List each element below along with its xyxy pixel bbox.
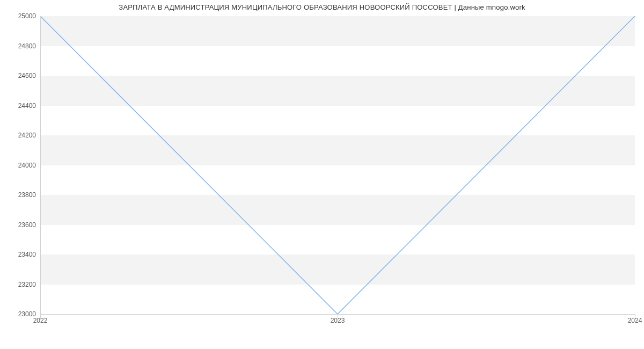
plot-area [40,16,635,314]
data-line [40,16,635,314]
y-tick-label: 23400 [4,251,36,258]
x-tick-label: 2024 [628,317,642,324]
y-tick-label: 24400 [4,102,36,110]
line-plot-svg [40,16,635,314]
line-chart: ЗАРПЛАТА В АДМИНИСТРАЦИЯ МУНИЦИПАЛЬНОГО … [0,0,644,349]
y-tick-label: 23000 [4,310,36,318]
x-tick-label: 2023 [331,317,345,324]
y-tick-label: 25000 [4,12,36,20]
y-tick-label: 24000 [4,162,36,169]
chart-title: ЗАРПЛАТА В АДМИНИСТРАЦИЯ МУНИЦИПАЛЬНОГО … [0,3,644,11]
y-tick-label: 24600 [4,72,36,79]
y-tick-label: 23800 [4,191,36,199]
y-tick-label: 24200 [4,132,36,139]
y-tick-label: 24800 [4,42,36,50]
y-tick-label: 23600 [4,221,36,229]
y-axis-line [40,16,41,314]
x-tick-label: 2022 [33,317,48,324]
y-tick-label: 23200 [4,281,36,288]
